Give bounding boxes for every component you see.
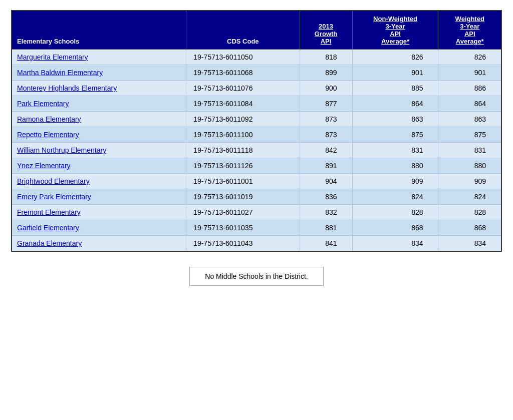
table-row: Garfield Elementary19-75713-601103588186… [12, 220, 501, 236]
cds-code-cell: 19-75713-6011118 [186, 143, 300, 158]
w-avg-cell: 909 [438, 174, 501, 189]
table-header-row: Elementary Schools CDS Code 2013GrowthAP… [12, 11, 501, 50]
growth-api-cell: 873 [300, 127, 352, 143]
nw-avg-cell: 831 [352, 143, 438, 158]
nw-avg-cell: 868 [352, 220, 438, 236]
growth-api-cell: 891 [300, 158, 352, 174]
w-avg-cell: 863 [438, 112, 501, 127]
notice-box: No Middle Schools in the District. [189, 267, 323, 286]
growth-api-cell: 832 [300, 205, 352, 220]
cds-code-cell: 19-75713-6011068 [186, 65, 300, 81]
cds-code-cell: 19-75713-6011100 [186, 127, 300, 143]
cds-code-cell: 19-75713-6011076 [186, 81, 300, 96]
school-name-cell[interactable]: Monterey Highlands Elementary [12, 81, 186, 96]
nw-avg-cell: 863 [352, 112, 438, 127]
table-row: Repetto Elementary19-75713-6011100873875… [12, 127, 501, 143]
notice-text: No Middle Schools in the District. [205, 272, 308, 280]
w-avg-cell: 831 [438, 143, 501, 158]
growth-api-cell: 904 [300, 174, 352, 189]
school-name-cell[interactable]: Martha Baldwin Elementary [12, 65, 186, 81]
cds-code-cell: 19-75713-6011001 [186, 174, 300, 189]
cds-code-cell: 19-75713-6011126 [186, 158, 300, 174]
table-row: William Northrup Elementary19-75713-6011… [12, 143, 501, 158]
school-name-cell[interactable]: Ramona Elementary [12, 112, 186, 127]
school-name-cell[interactable]: Emery Park Elementary [12, 189, 186, 205]
w-avg-cell: 886 [438, 81, 501, 96]
header-nw-avg: Non-Weighted3-YearAPIAverage* [352, 11, 438, 50]
nw-avg-cell: 864 [352, 96, 438, 112]
header-school: Elementary Schools [12, 11, 186, 50]
nw-avg-cell: 880 [352, 158, 438, 174]
growth-api-cell: 836 [300, 189, 352, 205]
page-wrapper: Elementary Schools CDS Code 2013GrowthAP… [11, 10, 502, 286]
table-row: Granada Elementary19-75713-6011043841834… [12, 236, 501, 252]
growth-api-cell: 873 [300, 112, 352, 127]
cds-code-cell: 19-75713-6011092 [186, 112, 300, 127]
growth-api-cell: 900 [300, 81, 352, 96]
w-avg-cell: 901 [438, 65, 501, 81]
w-avg-cell: 828 [438, 205, 501, 220]
nw-avg-cell: 824 [352, 189, 438, 205]
school-name-cell[interactable]: Fremont Elementary [12, 205, 186, 220]
header-cds: CDS Code [186, 11, 300, 50]
cds-code-cell: 19-75713-6011050 [186, 50, 300, 65]
school-name-cell[interactable]: Brightwood Elementary [12, 174, 186, 189]
growth-api-cell: 842 [300, 143, 352, 158]
w-avg-cell: 864 [438, 96, 501, 112]
cds-code-cell: 19-75713-6011027 [186, 205, 300, 220]
table-row: Ynez Elementary19-75713-6011126891880880 [12, 158, 501, 174]
no-middle-schools-section: No Middle Schools in the District. [11, 267, 502, 286]
cds-code-cell: 19-75713-6011043 [186, 236, 300, 252]
w-avg-cell: 880 [438, 158, 501, 174]
cds-code-cell: 19-75713-6011084 [186, 96, 300, 112]
nw-avg-cell: 826 [352, 50, 438, 65]
growth-api-cell: 841 [300, 236, 352, 252]
school-name-cell[interactable]: Repetto Elementary [12, 127, 186, 143]
table-body: Marguerita Elementary19-75713-6011050818… [12, 50, 501, 252]
growth-api-cell: 899 [300, 65, 352, 81]
school-name-cell[interactable]: Granada Elementary [12, 236, 186, 252]
growth-api-cell: 877 [300, 96, 352, 112]
growth-api-cell: 881 [300, 220, 352, 236]
table-row: Brightwood Elementary19-75713-6011001904… [12, 174, 501, 189]
w-avg-cell: 834 [438, 236, 501, 252]
w-avg-cell: 826 [438, 50, 501, 65]
table-row: Park Elementary19-75713-6011084877864864 [12, 96, 501, 112]
table-row: Monterey Highlands Elementary19-75713-60… [12, 81, 501, 96]
school-name-cell[interactable]: Garfield Elementary [12, 220, 186, 236]
school-name-cell[interactable]: Park Elementary [12, 96, 186, 112]
header-growth-api: 2013GrowthAPI [300, 11, 352, 50]
w-avg-cell: 824 [438, 189, 501, 205]
school-name-cell[interactable]: William Northrup Elementary [12, 143, 186, 158]
nw-avg-cell: 834 [352, 236, 438, 252]
nw-avg-cell: 885 [352, 81, 438, 96]
nw-avg-cell: 901 [352, 65, 438, 81]
w-avg-cell: 875 [438, 127, 501, 143]
school-name-cell[interactable]: Ynez Elementary [12, 158, 186, 174]
w-avg-cell: 868 [438, 220, 501, 236]
cds-code-cell: 19-75713-6011035 [186, 220, 300, 236]
cds-code-cell: 19-75713-6011019 [186, 189, 300, 205]
school-name-cell[interactable]: Marguerita Elementary [12, 50, 186, 65]
growth-api-cell: 818 [300, 50, 352, 65]
table-row: Fremont Elementary19-75713-6011027832828… [12, 205, 501, 220]
nw-avg-cell: 828 [352, 205, 438, 220]
table-row: Martha Baldwin Elementary19-75713-601106… [12, 65, 501, 81]
table-row: Ramona Elementary19-75713-60110928738638… [12, 112, 501, 127]
header-w-avg: Weighted3-YearAPIAverage* [438, 11, 501, 50]
table-row: Marguerita Elementary19-75713-6011050818… [12, 50, 501, 65]
nw-avg-cell: 909 [352, 174, 438, 189]
schools-table: Elementary Schools CDS Code 2013GrowthAP… [11, 10, 502, 252]
table-row: Emery Park Elementary19-75713-6011019836… [12, 189, 501, 205]
nw-avg-cell: 875 [352, 127, 438, 143]
